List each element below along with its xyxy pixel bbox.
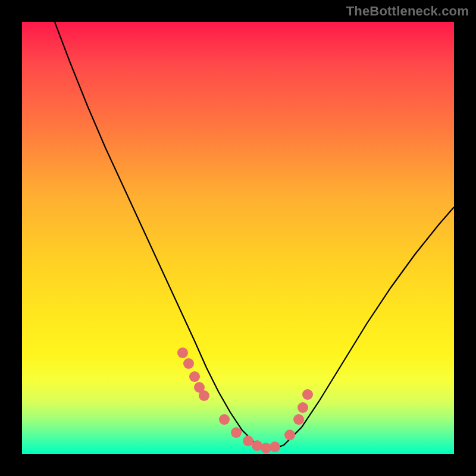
chart-frame: TheBottleneck.com (0, 0, 476, 476)
marker-dot (183, 358, 194, 369)
marker-dot (199, 390, 209, 401)
marker-dot (231, 427, 242, 438)
watermark-label: TheBottleneck.com (346, 4, 469, 19)
marker-dot (219, 414, 230, 425)
marker-dot (284, 430, 295, 440)
marker-dot (270, 441, 280, 452)
marker-dot (298, 402, 308, 413)
plot-area (22, 22, 454, 454)
chart-svg (22, 22, 454, 454)
marker-dot (177, 347, 188, 358)
marker-dot (189, 371, 200, 382)
marker-dot (302, 389, 313, 400)
bottleneck-curve (55, 22, 454, 449)
marker-dot (293, 414, 304, 425)
marker-dots-group (177, 347, 313, 453)
